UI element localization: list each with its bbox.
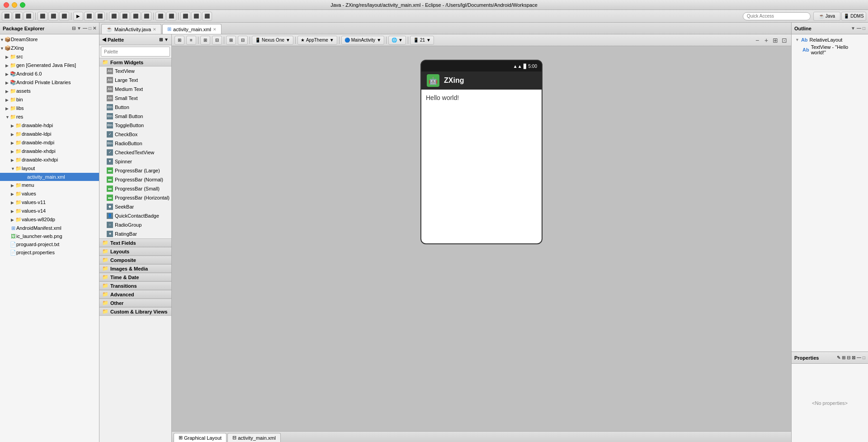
tree-item-drawable-xxhdpi[interactable]: ▶📁drawable-xxhdpi [0, 156, 99, 164]
canvas-drawing-area[interactable]: ▲▲ ▊ 5:00 🤖 ZXing [172, 46, 791, 431]
pkg-close-btn[interactable]: ✕ [93, 26, 96, 31]
palette-section-1[interactable]: 📁Text Fields [99, 238, 171, 247]
tree-item-libs[interactable]: ▶📁libs [0, 104, 99, 113]
palette-item-0-14[interactable]: ▬ProgressBar (Horizontal) [99, 193, 171, 202]
tree-item-activity_main[interactable]: ⊞activity_main.xml [0, 173, 99, 181]
canvas-btn-zoom-fit[interactable]: ⊟ [238, 36, 248, 45]
tree-item-assets[interactable]: ▶📁assets [0, 87, 99, 95]
tab-mainactivity[interactable]: ☕ MainActivity.java ✕ [101, 24, 161, 34]
device-selector[interactable]: 📱 Nexus One ▼ [252, 36, 293, 45]
palette-section-8[interactable]: 📁Other [99, 299, 171, 307]
toolbar-btn-13[interactable]: ⬛ [142, 12, 151, 21]
canvas-btn-layout[interactable]: ⊞ [175, 36, 184, 45]
palette-section-2[interactable]: 📁Layouts [99, 247, 171, 256]
palette-search-input[interactable] [101, 47, 170, 57]
zoom-fit-btn[interactable]: ⊞ [771, 36, 779, 44]
zoom-out-btn[interactable]: − [753, 36, 761, 44]
palette-item-0-17[interactable]: ○RadioGroup [99, 220, 171, 229]
palette-item-0-7[interactable]: ✓CheckBox [99, 130, 171, 139]
tree-item-menu[interactable]: ▶📁menu [0, 181, 99, 190]
prop-btn-1[interactable]: ✎ [837, 355, 840, 360]
tree-item-dreamstore[interactable]: ▼📦DreamStore [0, 35, 99, 44]
tree-item-bin[interactable]: ▶📁bin [0, 95, 99, 104]
toolbar-btn-7[interactable]: ▶ [73, 12, 83, 21]
palette-nav-back[interactable]: ◀ [102, 37, 106, 43]
pkg-menu-btn[interactable]: ▼ [77, 26, 81, 31]
toolbar-btn-15[interactable]: ⬛ [166, 12, 176, 21]
toolbar-btn-17[interactable]: ⬛ [191, 12, 201, 21]
minimize-button[interactable] [12, 2, 17, 8]
api-selector[interactable]: 📱 21 ▼ [410, 36, 434, 45]
tree-item-values-v14[interactable]: ▶📁values-v14 [0, 207, 99, 215]
palette-item-0-0[interactable]: AbTextView [99, 67, 171, 76]
tree-item-ic_launcher[interactable]: 🖼ic_launcher-web.png [0, 232, 99, 240]
palette-section-6[interactable]: 📁Transitions [99, 281, 171, 290]
maximize-button[interactable] [20, 2, 25, 8]
toolbar-btn-10[interactable]: ⬛ [109, 12, 119, 21]
prop-minimize-btn[interactable]: — [857, 355, 861, 360]
palette-item-0-12[interactable]: ▬ProgressBar (Normal) [99, 175, 171, 184]
toolbar-btn-3[interactable]: ⬛ [24, 12, 33, 21]
tree-item-res[interactable]: ▼📁res [0, 113, 99, 121]
zoom-reset-btn[interactable]: ⊡ [780, 36, 788, 44]
quick-access-input[interactable] [743, 12, 811, 20]
tree-item-src[interactable]: ▶📁src [0, 52, 99, 61]
tree-item-values-v11[interactable]: ▶📁values-v11 [0, 198, 99, 207]
toolbar-btn-9[interactable]: ⬛ [95, 12, 105, 21]
toolbar-btn-1[interactable]: ⬛ [2, 12, 12, 21]
pkg-maximize-btn[interactable]: □ [89, 26, 91, 31]
tab-graphical-layout[interactable]: ⊞ Graphical Layout [174, 433, 226, 442]
canvas-btn-grid[interactable]: ⊞ [200, 36, 210, 45]
palette-section-4[interactable]: 📁Images & Media [99, 264, 171, 273]
pkg-minimize-btn[interactable]: — [83, 26, 87, 31]
outline-item-relativelayout[interactable]: ▼ Ab RelativeLayout [793, 36, 866, 43]
palette-item-0-15[interactable]: ◆SeekBar [99, 202, 171, 211]
palette-section-9[interactable]: 📁Custom & Library Views [99, 307, 171, 316]
java-perspective-btn[interactable]: ☕ Java [813, 12, 840, 21]
tree-item-drawable-mdpi[interactable]: ▶📁drawable-mdpi [0, 138, 99, 147]
outline-menu-btn[interactable]: ▼ [851, 26, 855, 31]
toolbar-btn-12[interactable]: ⬛ [131, 12, 141, 21]
tree-item-proguard[interactable]: 📄proguard-project.txt [0, 240, 99, 248]
tree-item-androidmanifest[interactable]: ⊞AndroidManifest.xml [0, 224, 99, 232]
zoom-in-btn[interactable]: + [762, 36, 770, 44]
tree-item-values-w820dp[interactable]: ▶📁values-w820dp [0, 215, 99, 224]
palette-item-0-3[interactable]: AbSmall Text [99, 94, 171, 103]
palette-item-0-4[interactable]: BtnButton [99, 103, 171, 112]
palette-menu-btn[interactable]: ▼ [164, 37, 169, 42]
canvas-btn-toggle[interactable]: ⊟ [212, 36, 222, 45]
palette-item-0-11[interactable]: ▬ProgressBar (Large) [99, 166, 171, 175]
palette-section-5[interactable]: 📁Time & Date [99, 273, 171, 281]
tree-item-project-props[interactable]: 📄project.properties [0, 248, 99, 257]
palette-item-0-1[interactable]: AbLarge Text [99, 76, 171, 85]
palette-item-0-9[interactable]: ✓CheckedTextView [99, 148, 171, 157]
toolbar-btn-14[interactable]: ⬛ [156, 12, 165, 21]
tab-activity-main-close[interactable]: ✕ [213, 27, 217, 32]
palette-section-7[interactable]: 📁Advanced [99, 290, 171, 299]
palette-item-0-2[interactable]: AbMedium Text [99, 85, 171, 94]
tree-item-android6[interactable]: ▶📚Android 6.0 [0, 70, 99, 78]
tree-item-drawable-ldpi[interactable]: ▶📁drawable-ldpi [0, 130, 99, 138]
tab-activity-main[interactable]: ⊞ activity_main.xml ✕ [162, 24, 222, 34]
palette-layout-btn[interactable]: ⊞ [159, 37, 163, 42]
palette-item-0-10[interactable]: ▼Spinner [99, 157, 171, 166]
palette-item-0-5[interactable]: BtnSmall Button [99, 112, 171, 121]
toolbar-btn-11[interactable]: ⬛ [120, 12, 130, 21]
palette-section-3[interactable]: 📁Composite [99, 256, 171, 264]
pkg-collapse-btn[interactable]: ⊟ [72, 26, 75, 31]
toolbar-btn-8[interactable]: ⬛ [84, 12, 94, 21]
palette-item-0-13[interactable]: ▬ProgressBar (Small) [99, 184, 171, 193]
activity-selector[interactable]: 🔵 MainActivity ▼ [341, 36, 384, 45]
ddms-perspective-btn[interactable]: 📱 DDMS [841, 12, 866, 21]
canvas-btn-code[interactable]: ≡ [186, 36, 196, 45]
tree-item-android-private[interactable]: ▶📚Android Private Libraries [0, 78, 99, 87]
tree-item-drawable-hdpi[interactable]: ▶📁drawable-hdpi [0, 121, 99, 130]
tree-item-gen[interactable]: ▶📁gen [Generated Java Files] [0, 61, 99, 70]
prop-btn-4[interactable]: ⊠ [852, 355, 855, 360]
toolbar-btn-6[interactable]: ⬛ [59, 12, 69, 21]
prop-maximize-btn[interactable]: □ [863, 355, 865, 360]
toolbar-btn-2[interactable]: ⬛ [13, 12, 23, 21]
close-button[interactable] [4, 2, 9, 8]
toolbar-btn-18[interactable]: ⬛ [202, 12, 212, 21]
tab-xml-source[interactable]: ⊟ activity_main.xml [227, 433, 281, 442]
